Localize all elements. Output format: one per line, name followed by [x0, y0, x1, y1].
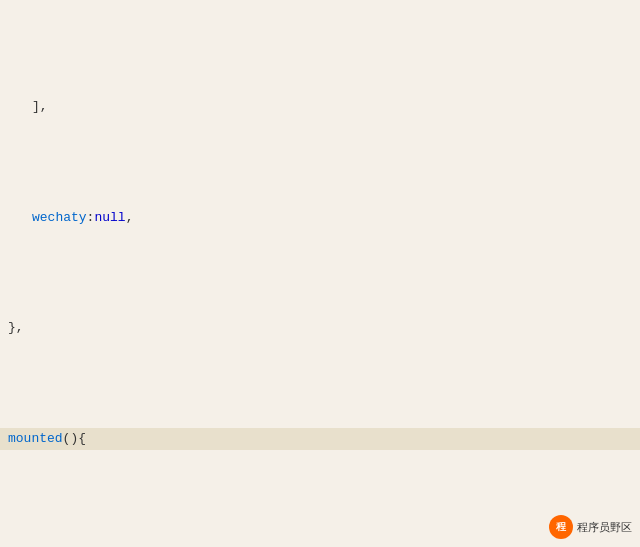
code-line: this.methods.wechatyInit();: [0, 538, 640, 547]
watermark-icon: 程: [549, 515, 573, 539]
code-container: ], wechaty:null, }, mounted(){ this.meth…: [0, 0, 640, 547]
watermark-text: 程序员野区: [577, 520, 632, 535]
code-line-highlighted: mounted(){: [0, 428, 640, 450]
watermark: 程 程序员野区: [549, 515, 632, 539]
code-line: },: [0, 317, 640, 339]
code-block: ], wechaty:null, }, mounted(){ this.meth…: [0, 0, 640, 547]
code-line: wechaty:null,: [0, 207, 640, 229]
code-line: ],: [0, 96, 640, 118]
